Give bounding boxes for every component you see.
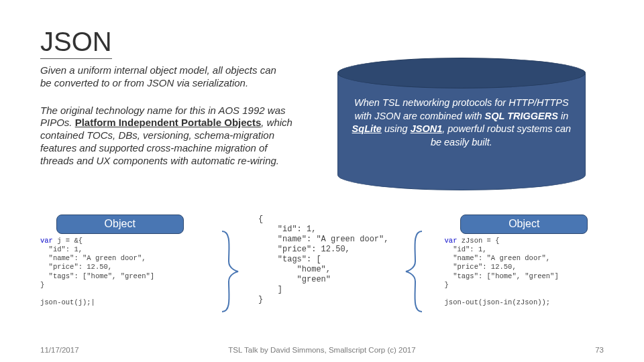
cyl-using: using bbox=[382, 123, 411, 134]
middle-row: Object var j = &{ "id": 1, "name": "A gr… bbox=[40, 215, 604, 328]
left-text-block: Given a uniform internal object model, a… bbox=[40, 63, 303, 167]
brace-left-2 bbox=[392, 215, 438, 328]
intro-line-2: be converted to or from JSON via seriali… bbox=[40, 77, 246, 88]
slide: JSON Given a uniform internal object mod… bbox=[0, 0, 644, 362]
cyl-json1: JSON1 bbox=[411, 123, 443, 134]
cylinder-text: When TSL networking protocols for HTTP/H… bbox=[337, 97, 586, 149]
history-underlined: Platform Independent Portable Objects bbox=[75, 117, 262, 128]
intro-line-1: Given a uniform internal object model, a… bbox=[40, 64, 276, 76]
object-bubble-left: Object bbox=[56, 215, 184, 234]
left-object-block: Object var j = &{ "id": 1, "name": "A gr… bbox=[40, 215, 199, 328]
footer-center: TSL Talk by David Simmons, Smallscript C… bbox=[40, 346, 604, 354]
cylinder-top bbox=[337, 58, 586, 88]
object-bubble-right: Object bbox=[460, 215, 588, 234]
curly-brace-icon bbox=[215, 228, 242, 315]
intro-paragraph: Given a uniform internal object model, a… bbox=[40, 64, 303, 90]
brace-right-1 bbox=[206, 215, 252, 328]
cylinder-wrap: When TSL networking protocols for HTTP/H… bbox=[319, 63, 604, 188]
code-middle: { "id": 1, "name": "A green door", "pric… bbox=[258, 215, 386, 305]
right-object-block: Object var zJson = { "id": 1, "name": "A… bbox=[445, 215, 604, 328]
cyl-in: in bbox=[558, 111, 568, 121]
cylinder-shape: When TSL networking protocols for HTTP/H… bbox=[337, 60, 586, 188]
history-paragraph: The original technology name for this in… bbox=[40, 105, 303, 168]
slide-footer: 11/17/2017 TSL Talk by David Simmons, Sm… bbox=[40, 346, 604, 354]
middle-json-block: { "id": 1, "name": "A green door", "pric… bbox=[258, 215, 386, 328]
curly-brace-icon bbox=[402, 228, 429, 315]
top-row: Given a uniform internal object model, a… bbox=[40, 63, 604, 188]
cyl-suffix: , powerful robust systems can be easily … bbox=[431, 123, 571, 147]
code-left: var j = &{ "id": 1, "name": "A green doo… bbox=[40, 237, 199, 307]
code-right: var zJson = { "id": 1, "name": "A green … bbox=[445, 237, 604, 307]
cyl-sql: SQL TRIGGERS bbox=[485, 111, 558, 121]
cyl-sqlite: SqLite bbox=[352, 123, 382, 134]
slide-title: JSON bbox=[40, 27, 112, 59]
